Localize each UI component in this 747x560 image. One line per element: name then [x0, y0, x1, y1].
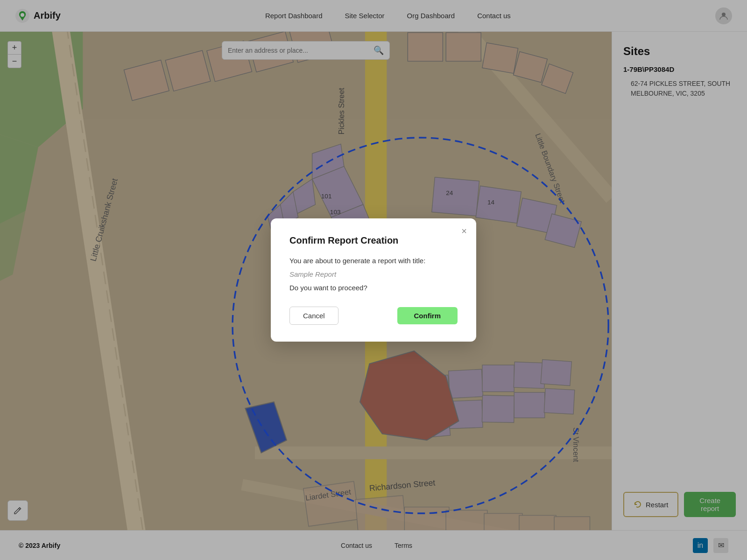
- dialog-report-title: Sample Report: [289, 270, 458, 278]
- cancel-button[interactable]: Cancel: [289, 307, 338, 325]
- dialog-overlay: × Confirm Report Creation You are about …: [0, 0, 747, 560]
- dialog-close-button[interactable]: ×: [461, 226, 467, 237]
- dialog-title: Confirm Report Creation: [289, 235, 458, 246]
- dialog-question: Do you want to proceed?: [289, 284, 458, 292]
- confirm-dialog: × Confirm Report Creation You are about …: [271, 218, 476, 342]
- dialog-actions: Cancel Confirm: [289, 307, 458, 325]
- confirm-button[interactable]: Confirm: [397, 307, 458, 324]
- dialog-body: You are about to generate a report with …: [289, 255, 458, 266]
